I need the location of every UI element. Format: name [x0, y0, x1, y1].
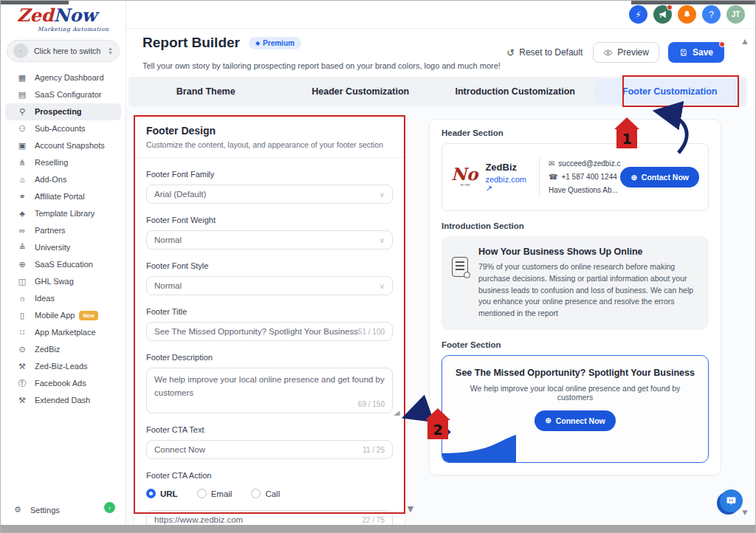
- megaphone-icon: [658, 10, 667, 19]
- reset-icon: ↺: [506, 47, 515, 58]
- sidebar-item[interactable]: ⓕ Facebook Ads: [5, 375, 121, 392]
- eye-icon: [603, 48, 613, 58]
- font-family-select[interactable]: Arial (Default) ∨: [146, 185, 393, 204]
- connect-now-button[interactable]: ⊕ Connect Now: [535, 410, 615, 431]
- sidebar-item[interactable]: ⋔ Reselling: [5, 154, 121, 171]
- header-section-preview: No ~⁓ ZedBiz zedbiz.com ↗ ✉succeed@zedbi…: [441, 143, 709, 211]
- globe-icon: ⊕: [545, 416, 551, 424]
- sidebar-item[interactable]: ⊙ ZedBiz: [5, 341, 121, 358]
- divider: [134, 157, 405, 158]
- saas-education-icon: ⊕: [16, 260, 29, 269]
- sidebar-item-settings[interactable]: ⚙ Settings: [11, 505, 60, 515]
- sidebar-item[interactable]: ▯ Mobile App New: [5, 307, 121, 324]
- window-edge-right: [631, 1, 755, 4]
- sidebar-item[interactable]: ⚭ Affiliate Portal: [5, 188, 121, 205]
- resize-grip-icon[interactable]: ◢: [394, 408, 399, 419]
- tab[interactable]: Introduction Customization: [440, 79, 591, 104]
- sidebar-item[interactable]: ⊕ SaaS Education: [5, 256, 121, 273]
- cta-action-label: Footer CTA Action: [146, 471, 393, 480]
- cta-action-radio-group: URL Email Call: [146, 489, 393, 498]
- sidebar-item[interactable]: ▦ Agency Dashboard: [5, 69, 121, 86]
- report-preview-panel: Header Section No ~⁓ ZedBiz zedbiz.com ↗…: [429, 119, 721, 475]
- footer-description-label: Footer Description: [146, 353, 393, 362]
- logo-tagline: Marketing Automation: [38, 27, 126, 32]
- sidebar-item[interactable]: ≜ University: [5, 239, 121, 256]
- preview-button[interactable]: Preview: [593, 42, 659, 63]
- sidebar-item[interactable]: ◫ GHL Swag: [5, 273, 121, 290]
- bottom-frame-strip: [1, 525, 756, 532]
- sidebar-item[interactable]: ▤ SaaS Configurator: [5, 86, 121, 103]
- sidebar-item[interactable]: ∷ App Marketplace: [5, 324, 121, 341]
- tab[interactable]: Footer Customization: [595, 79, 746, 104]
- quick-launch-icon[interactable]: ⚡: [629, 5, 647, 24]
- scroll-down-arrow[interactable]: ▼: [740, 507, 749, 517]
- company-logo: No ~⁓: [451, 167, 478, 188]
- form-scroll-down-arrow[interactable]: ▼: [405, 503, 416, 515]
- footer-preview-subtitle: We help improve your local online presen…: [453, 384, 698, 402]
- font-weight-select[interactable]: Normal ∨: [146, 230, 393, 250]
- scroll-up-arrow[interactable]: ▲: [740, 36, 749, 47]
- configurator-icon: ▤: [16, 90, 29, 100]
- sidebar-collapse-button[interactable]: ‹: [104, 502, 115, 513]
- new-badge: New: [79, 311, 97, 320]
- content-area: Footer Design Customize the content, lay…: [126, 106, 756, 526]
- sidebar-item[interactable]: ♣ Template Library: [5, 205, 121, 222]
- company-website-link[interactable]: zedbiz.com ↗: [485, 175, 530, 193]
- chevron-down-icon: ∨: [379, 236, 385, 244]
- cta-text-input[interactable]: Connect Now 11 / 25: [146, 440, 393, 459]
- footer-title-input[interactable]: See The Missed Opportunity? Spotlight Yo…: [146, 322, 393, 341]
- font-family-label: Footer Font Family: [146, 170, 393, 179]
- cta-action-radio[interactable]: Email: [197, 489, 233, 498]
- sidebar-item[interactable]: ☼ Ideas: [5, 290, 121, 307]
- page-title: Report Builder: [142, 35, 240, 51]
- cta-action-radio[interactable]: Call: [251, 489, 280, 498]
- chat-widget-button[interactable]: [720, 489, 743, 512]
- help-icon[interactable]: ?: [702, 5, 721, 24]
- reset-to-default-button[interactable]: ↺ Reset to Default: [506, 47, 583, 58]
- footer-design-panel: Footer Design Customize the content, lay…: [134, 115, 405, 533]
- intro-section-label: Introduction Section: [441, 221, 709, 230]
- notification-dot: [667, 4, 673, 10]
- sidebar-item[interactable]: ⚒ Zed-Biz-Leads: [5, 358, 121, 375]
- company-name: ZedBiz: [485, 162, 530, 173]
- intro-title: How Your Business Shows Up Online: [478, 247, 698, 257]
- ideas-icon: ☼: [16, 294, 29, 303]
- snapshots-icon: ▣: [16, 141, 29, 151]
- tab[interactable]: Brand Theme: [131, 79, 281, 104]
- account-switcher[interactable]: ◦ Click here to switch ▲▼: [7, 40, 120, 62]
- panel-subtitle: Customize the content, layout, and appea…: [146, 140, 393, 149]
- sidebar-item[interactable]: ⌂ Add-Ons: [5, 171, 121, 188]
- email-icon: ✉: [549, 159, 554, 168]
- cta-action-radio[interactable]: URL: [146, 489, 178, 498]
- sidebar-item[interactable]: ⚇ Sub-Accounts: [5, 120, 121, 137]
- sidebar-item[interactable]: ⚒ Extended Dash: [5, 392, 121, 409]
- gear-icon: ⚙: [11, 505, 24, 515]
- marketplace-icon: ∷: [16, 328, 29, 337]
- char-counter: 51 / 100: [358, 328, 385, 336]
- footer-title-label: Footer Title: [146, 307, 393, 316]
- dashboard-icon: ▦: [16, 73, 29, 83]
- notifications-bell-icon[interactable]: [678, 5, 696, 24]
- sidebar-item[interactable]: ∞ Partners: [5, 222, 121, 239]
- add-ons-icon: ⌂: [16, 175, 29, 184]
- save-button[interactable]: Save: [668, 42, 724, 63]
- char-counter: 22 / 75: [362, 516, 385, 524]
- footer-wave-graphic: [442, 434, 516, 462]
- zedbiz-icon: ⊙: [16, 345, 29, 354]
- user-avatar[interactable]: JT: [726, 5, 745, 24]
- chevron-down-icon: ∨: [379, 190, 385, 199]
- document-search-icon: [452, 257, 468, 277]
- contact-now-button[interactable]: ⊕ Contact Now: [620, 167, 699, 188]
- font-style-select[interactable]: Normal ∨: [146, 276, 393, 295]
- tab[interactable]: Header Customization: [286, 79, 436, 104]
- chat-bubble-icon: [726, 495, 737, 506]
- swag-icon: ◫: [16, 277, 29, 286]
- footer-description-textarea[interactable]: We help improve your local online presen…: [146, 368, 393, 413]
- announcements-icon[interactable]: [653, 5, 672, 24]
- sub-accounts-icon: ⚇: [16, 124, 29, 134]
- affiliate-portal-icon: ⚭: [16, 192, 29, 202]
- intro-body: 79% of your customers do online research…: [478, 261, 698, 320]
- sidebar-item[interactable]: ⚲ Prospecting: [5, 103, 121, 120]
- sidebar-item[interactable]: ▣ Account Snapshots: [5, 137, 121, 154]
- extended-dash-icon: ⚒: [16, 396, 29, 405]
